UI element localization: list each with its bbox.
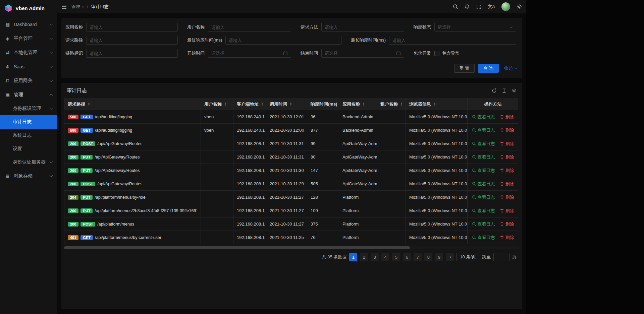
bell-icon[interactable] xyxy=(465,4,470,9)
next-page-button[interactable] xyxy=(446,253,454,261)
end-time-picker[interactable]: 请选择 xyxy=(321,49,404,58)
date-placeholder: 请选择 xyxy=(211,50,224,56)
collapse-button[interactable]: 收起 xyxy=(504,65,517,71)
view-log-button[interactable]: 查看日志 xyxy=(472,235,495,241)
settings-gear-icon[interactable] xyxy=(517,4,522,9)
page-button-8[interactable]: 8 xyxy=(424,253,432,261)
app-name-label: 应用名称 xyxy=(65,24,83,30)
reset-button[interactable]: 重 置 xyxy=(454,64,475,73)
horizontal-scrollbar[interactable] xyxy=(64,246,519,249)
delete-button[interactable]: 删除 xyxy=(500,114,514,120)
column-header-3[interactable]: 客户端地址▲▼ xyxy=(233,98,266,110)
column-settings-icon[interactable] xyxy=(512,88,517,93)
page-button-3[interactable]: 3 xyxy=(371,253,379,261)
search-icon[interactable] xyxy=(453,4,458,9)
refresh-icon[interactable] xyxy=(492,88,497,93)
column-header-7[interactable]: 租户名称▲▼ xyxy=(377,98,406,110)
trace-id-input[interactable] xyxy=(86,49,178,58)
sidebar-item-dashboard[interactable]: ▦Dashboard xyxy=(0,17,57,32)
app-name-input[interactable] xyxy=(86,23,178,32)
tenant-name-cell xyxy=(377,177,406,191)
delete-button[interactable]: 删除 xyxy=(500,194,514,200)
view-log-button[interactable]: 查看日志 xyxy=(472,221,495,227)
actions-cell: 查看日志删除 xyxy=(468,124,518,137)
user-name-input[interactable] xyxy=(208,23,291,32)
sidebar-item-settings[interactable]: 设置 xyxy=(0,142,57,155)
fullscreen-icon[interactable] xyxy=(476,4,481,9)
view-log-button[interactable]: 查看日志 xyxy=(472,194,495,200)
view-log-button[interactable]: 查看日志 xyxy=(472,154,495,160)
column-label: 租户名称 xyxy=(380,101,398,107)
max-response-time-input[interactable] xyxy=(389,36,516,45)
sidebar-item-label: Saas xyxy=(14,64,50,69)
delete-button[interactable]: 删除 xyxy=(500,127,514,133)
sidebar-item-identity-server[interactable]: 身份认证服务器 xyxy=(0,155,57,169)
response-status-select[interactable]: 请选择 xyxy=(434,23,516,32)
caret-down-icon: ▼ xyxy=(88,104,90,106)
request-path-input[interactable] xyxy=(86,36,178,45)
view-log-button[interactable]: 查看日志 xyxy=(472,168,495,174)
column-header-2[interactable]: 用户名称▲▼ xyxy=(201,98,233,110)
sidebar-item-identity[interactable]: 身份标识管理 xyxy=(0,102,57,115)
app-name-cell: Platform xyxy=(339,231,377,244)
min-response-time-input[interactable] xyxy=(225,36,341,45)
delete-button[interactable]: 删除 xyxy=(500,168,514,174)
menu-fold-icon[interactable] xyxy=(61,4,67,9)
delete-button[interactable]: 删除 xyxy=(500,221,514,227)
tenant-name-cell xyxy=(377,110,406,124)
start-time-picker[interactable]: 请选择 xyxy=(208,49,291,58)
column-header-5[interactable]: 响应时间(ms)▲▼ xyxy=(307,98,339,110)
http-method-input[interactable] xyxy=(321,23,404,32)
translate-icon[interactable]: 文A xyxy=(488,4,495,10)
avatar[interactable] xyxy=(501,2,510,11)
request-path-cell: 200PUT/api/platform/menus/2b3accf8-4fb8-… xyxy=(64,204,201,217)
exception-checkbox[interactable] xyxy=(434,51,439,56)
sidebar-item-gateway[interactable]: ⊓应用网关 xyxy=(0,74,57,88)
sidebar-item-system-logs[interactable]: 系统日志 xyxy=(0,129,57,142)
column-header-4[interactable]: 调用时间▲▼ xyxy=(266,98,307,110)
delete-button[interactable]: 删除 xyxy=(500,181,514,187)
page-button-5[interactable]: 5 xyxy=(392,253,400,261)
page-button-2[interactable]: 2 xyxy=(360,253,368,261)
sidebar-item-label: 身份标识管理 xyxy=(13,106,50,112)
view-log-button[interactable]: 查看日志 xyxy=(472,208,495,214)
column-header-6[interactable]: 应用名称▲▼ xyxy=(339,98,377,110)
sidebar-item-saas[interactable]: ⊕Saas xyxy=(0,60,57,74)
tenant-name-cell xyxy=(377,191,406,204)
app-name-cell: ApiGateWay-Admin xyxy=(339,164,377,177)
sidebar-item-object-storage[interactable]: ≣对象存储 xyxy=(0,169,57,183)
sidebar-item-localization[interactable]: ⇄本地化管理 xyxy=(0,46,57,60)
sidebar-item-management[interactable]: ▣管理 xyxy=(0,88,57,102)
view-log-button[interactable]: 查看日志 xyxy=(472,114,495,120)
view-log-button[interactable]: 查看日志 xyxy=(472,141,495,147)
table-row: 500GET/api/auditing/loggingvben192.168.2… xyxy=(64,110,519,124)
row-height-icon[interactable] xyxy=(502,88,506,93)
sidebar-item-platform[interactable]: ◈平台管理 xyxy=(0,32,57,46)
delete-button[interactable]: 删除 xyxy=(500,208,514,214)
page-button-6[interactable]: 6 xyxy=(403,253,411,261)
page-button-7[interactable]: 7 xyxy=(414,253,422,261)
browser-info-cell: Mozilla/5.0 (Windows NT 10.0; Win xyxy=(406,204,468,217)
sidebar-item-audit-logs[interactable]: 审计日志 xyxy=(0,115,57,129)
view-log-button[interactable]: 查看日志 xyxy=(472,127,495,133)
page-button-9[interactable]: 9 xyxy=(435,253,443,261)
column-header-1[interactable]: 请求路径▲▼ xyxy=(64,98,201,110)
delete-icon xyxy=(500,195,504,199)
request-path-cell: 200POST/api/platform/menus xyxy=(64,217,201,231)
query-button[interactable]: 查 询 xyxy=(478,64,499,73)
scrollbar-thumb[interactable] xyxy=(64,246,410,249)
delete-button[interactable]: 删除 xyxy=(500,141,514,147)
page-size-select[interactable]: 10 条/页 xyxy=(457,253,479,261)
column-label: 客户端地址 xyxy=(237,101,259,107)
view-log-button[interactable]: 查看日志 xyxy=(472,181,495,187)
delete-button[interactable]: 删除 xyxy=(500,154,514,160)
column-header-8[interactable]: 浏览器信息▲▼ xyxy=(406,98,468,110)
delete-button[interactable]: 删除 xyxy=(500,235,514,241)
page-button-4[interactable]: 4 xyxy=(381,253,389,261)
logo[interactable]: Vben Admin xyxy=(0,0,57,16)
breadcrumb-management[interactable]: 管理 xyxy=(71,4,84,10)
form-row-1: 应用名称 用户名称 请求方法 响应状态 请选择 xyxy=(65,23,517,32)
view-log-label: 查看日志 xyxy=(478,208,495,214)
page-button-1[interactable]: 1 xyxy=(349,253,357,261)
jump-page-input[interactable] xyxy=(493,253,509,261)
